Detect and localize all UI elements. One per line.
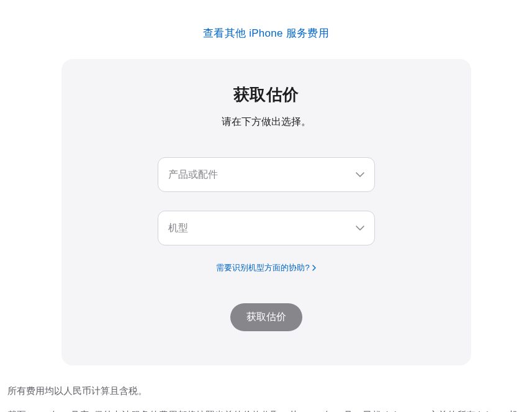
footer-line-1: 所有费用均以人民币计算且含税。 — [7, 383, 525, 400]
help-link-label: 需要识别机型方面的协助? — [216, 262, 309, 273]
model-select-wrapper: 机型 — [158, 211, 375, 245]
card-title: 获取估价 — [92, 84, 440, 106]
card-subtitle: 请在下方做出选择。 — [92, 116, 440, 129]
footer-line-2: 截至 2023 年 2 月底, 保外电池服务的费用都将按照当前的价格收取。从 2… — [7, 407, 525, 412]
estimate-card: 获取估价 请在下方做出选择。 产品或配件 机型 需要识别机型方面的协助? — [61, 59, 471, 365]
model-select-placeholder: 机型 — [168, 222, 188, 235]
chevron-right-icon — [312, 263, 316, 273]
page-container: 查看其他 iPhone 服务费用 获取估价 请在下方做出选择。 产品或配件 机型 — [0, 0, 532, 412]
chevron-down-icon — [356, 226, 364, 231]
top-link-wrapper: 查看其他 iPhone 服务费用 — [6, 0, 526, 59]
help-link-wrapper: 需要识别机型方面的协助? — [92, 262, 440, 273]
product-select-wrapper: 产品或配件 — [158, 157, 375, 192]
chevron-down-icon — [356, 172, 364, 177]
get-estimate-button[interactable]: 获取估价 — [230, 303, 302, 331]
footer-notes: 所有费用均以人民币计算且含税。 截至 2023 年 2 月底, 保外电池服务的费… — [6, 365, 526, 412]
other-services-link[interactable]: 查看其他 iPhone 服务费用 — [203, 27, 329, 39]
model-select[interactable]: 机型 — [158, 211, 375, 245]
identify-model-help-link[interactable]: 需要识别机型方面的协助? — [216, 262, 315, 273]
product-select[interactable]: 产品或配件 — [158, 157, 375, 192]
product-select-placeholder: 产品或配件 — [168, 168, 218, 181]
